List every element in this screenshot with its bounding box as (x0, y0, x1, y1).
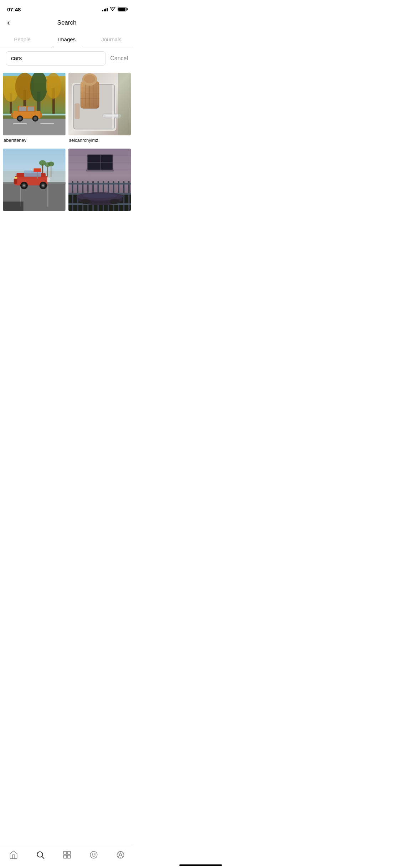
svg-rect-74 (68, 176, 131, 176)
svg-rect-92 (123, 181, 124, 211)
search-input[interactable] (11, 55, 101, 62)
search-container: Cancel (0, 47, 134, 70)
wifi-icon (110, 6, 115, 12)
svg-rect-46 (47, 186, 48, 207)
list-item[interactable] (68, 149, 131, 216)
status-icons (102, 6, 127, 12)
tab-journals[interactable]: Journals (89, 32, 134, 47)
status-bar: 07:48 (0, 0, 134, 16)
svg-rect-94 (68, 182, 131, 184)
svg-rect-65 (15, 177, 17, 179)
image-thumbnail[interactable] (3, 73, 66, 135)
svg-rect-14 (40, 123, 54, 124)
svg-rect-38 (105, 115, 118, 117)
svg-rect-13 (13, 123, 27, 124)
svg-rect-68 (37, 172, 38, 179)
cancel-button[interactable]: Cancel (110, 55, 128, 62)
svg-rect-57 (14, 179, 17, 184)
svg-rect-24 (11, 113, 13, 117)
svg-rect-50 (47, 165, 48, 176)
tab-people[interactable]: People (0, 32, 45, 47)
tab-images[interactable]: Images (45, 32, 89, 47)
image-username-1: aberstenev (3, 138, 66, 146)
svg-point-36 (84, 75, 95, 83)
image-username-4 (68, 213, 131, 216)
svg-point-64 (42, 184, 44, 186)
list-item[interactable]: selcanrcnylmz (68, 73, 131, 146)
signal-icon (102, 7, 108, 11)
search-input-wrapper[interactable] (6, 51, 106, 66)
image-username-2: selcanrcnylmz (68, 138, 131, 146)
svg-rect-40 (74, 103, 79, 119)
image-thumbnail[interactable] (68, 73, 131, 135)
svg-point-0 (112, 10, 113, 11)
svg-point-101 (110, 198, 119, 204)
svg-rect-17 (19, 107, 26, 111)
svg-rect-23 (40, 113, 42, 117)
tab-bar: People Images Journals (0, 32, 134, 47)
list-item[interactable] (3, 149, 66, 216)
svg-point-61 (23, 184, 25, 186)
battery-icon (118, 7, 127, 11)
svg-rect-18 (27, 107, 34, 111)
svg-point-53 (48, 161, 54, 166)
image-thumbnail[interactable] (3, 149, 66, 211)
page-title: Search (57, 19, 77, 26)
svg-point-100 (81, 198, 90, 204)
svg-point-20 (18, 117, 22, 120)
list-item[interactable]: aberstenev (3, 73, 66, 146)
back-button[interactable]: ‹ (7, 19, 10, 27)
svg-rect-58 (47, 177, 50, 182)
image-grid: aberstenev (0, 70, 134, 216)
svg-rect-41 (118, 73, 131, 135)
svg-point-102 (83, 193, 117, 198)
svg-rect-39 (112, 85, 114, 129)
svg-rect-93 (128, 181, 129, 211)
svg-point-49 (39, 160, 46, 165)
svg-rect-82 (72, 181, 73, 211)
status-time: 07:48 (7, 6, 21, 12)
page-header: ‹ Search (0, 16, 134, 32)
image-username-3 (3, 213, 66, 216)
svg-point-22 (34, 117, 37, 120)
svg-rect-52 (51, 165, 51, 177)
svg-rect-80 (86, 170, 114, 171)
image-thumbnail[interactable] (68, 149, 131, 211)
svg-rect-66 (3, 201, 24, 211)
svg-point-10 (46, 73, 61, 99)
svg-rect-67 (34, 168, 41, 172)
